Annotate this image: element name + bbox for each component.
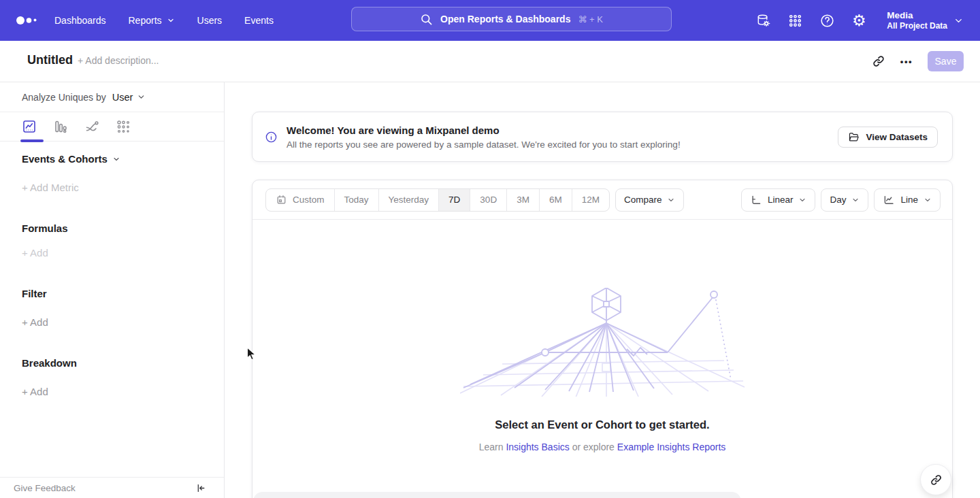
empty-state-title: Select an Event or Cohort to get started… <box>252 418 952 431</box>
copy-link-icon[interactable] <box>872 54 885 68</box>
insights-chart-card: Custom Today Yesterday 7D 30D 3M 6M 12M … <box>252 180 953 498</box>
empty-state-illustration <box>460 288 746 397</box>
interval-dropdown[interactable]: Day <box>821 188 868 212</box>
info-icon <box>265 131 278 144</box>
nav-reports[interactable]: Reports <box>129 15 175 26</box>
chart-type-dropdown[interactable]: Line <box>874 188 941 212</box>
chevron-down-icon <box>667 196 675 204</box>
date-range-custom[interactable]: Custom <box>266 189 334 211</box>
top-right-controls: ⚙ Media All Project Data <box>755 0 980 41</box>
search-shortcut: ⌘ + K <box>578 14 603 24</box>
tab-funnels-icon[interactable] <box>53 119 68 134</box>
report-header: Untitled + Add description... ••• Save <box>0 41 980 82</box>
line-chart-icon <box>883 194 895 206</box>
settings-gear-icon[interactable]: ⚙ <box>851 12 867 29</box>
add-metric-button[interactable]: + Add Metric <box>22 182 79 193</box>
chevron-down-icon <box>137 93 146 101</box>
primary-nav: Dashboards Reports Users Events <box>54 0 274 41</box>
linear-axis-icon <box>750 194 762 206</box>
calendar-icon <box>276 194 287 205</box>
chevron-down-icon <box>112 155 120 163</box>
analyze-label: Analyze Uniques by <box>22 92 106 103</box>
mixpanel-logo-icon[interactable] <box>15 12 53 29</box>
global-search-input[interactable]: Open Reports & Dashboards ⌘ + K <box>351 7 672 31</box>
folder-icon <box>848 131 860 143</box>
banner-subtitle: All the reports you see are powered by a… <box>287 139 838 150</box>
analyze-row: Analyze Uniques by User <box>0 82 224 112</box>
welcome-banner: Welcome! You are viewing a Mixpanel demo… <box>252 112 953 162</box>
save-button[interactable]: Save <box>928 51 964 71</box>
data-management-icon[interactable] <box>755 12 771 29</box>
events-cohorts-section[interactable]: Events & Cohorts <box>22 153 120 165</box>
date-range-yesterday[interactable]: Yesterday <box>378 189 439 211</box>
add-formula-button[interactable]: + Add <box>22 247 48 259</box>
main-content: Welcome! You are viewing a Mixpanel demo… <box>225 82 980 498</box>
formulas-section-title: Formulas <box>22 222 68 234</box>
query-builder-sidebar: Analyze Uniques by User <box>0 82 225 498</box>
nav-events[interactable]: Events <box>244 15 274 26</box>
add-filter-button[interactable]: + Add <box>22 316 48 328</box>
chart-toolbar: Custom Today Yesterday 7D 30D 3M 6M 12M … <box>252 180 952 220</box>
date-range-7d[interactable]: 7D <box>438 189 470 211</box>
tab-insights-icon[interactable] <box>22 119 37 134</box>
date-range-30d[interactable]: 30D <box>470 189 506 211</box>
chevron-down-icon <box>924 196 932 204</box>
top-nav: Dashboards Reports Users Events Open Rep… <box>0 0 980 41</box>
empty-state-links: Learn Insights Basics or explore Example… <box>252 442 952 452</box>
date-range-today[interactable]: Today <box>334 189 378 211</box>
add-breakdown-button[interactable]: + Add <box>22 386 48 397</box>
date-range-3m[interactable]: 3M <box>506 189 539 211</box>
breakdown-section-title: Breakdown <box>22 357 77 369</box>
tab-flows-icon[interactable] <box>84 119 99 134</box>
search-placeholder: Open Reports & Dashboards <box>440 14 570 24</box>
search-icon <box>420 13 433 26</box>
view-datasets-button[interactable]: View Datasets <box>838 127 938 148</box>
filter-section-title: Filter <box>22 288 47 299</box>
help-icon[interactable] <box>819 12 835 29</box>
scale-dropdown[interactable]: Linear <box>741 188 816 212</box>
project-name: Media <box>887 10 947 21</box>
chevron-down-icon <box>167 16 175 24</box>
insights-basics-link[interactable]: Insights Basics <box>506 442 569 452</box>
tab-retention-icon[interactable] <box>116 119 131 134</box>
nav-users[interactable]: Users <box>197 15 223 26</box>
project-scope: All Project Data <box>887 21 947 31</box>
report-description-placeholder[interactable]: + Add description... <box>78 55 159 66</box>
visualization-tabs <box>0 112 224 142</box>
floating-copy-link-button[interactable] <box>920 464 951 495</box>
date-range-6m[interactable]: 6M <box>539 189 572 211</box>
chevron-down-icon <box>953 16 964 26</box>
data-table-drawer-handle[interactable] <box>253 492 741 498</box>
chevron-down-icon <box>798 196 806 204</box>
mixpanel-insights-app: Dashboards Reports Users Events Open Rep… <box>0 0 980 498</box>
analyze-by-dropdown[interactable]: User <box>112 92 146 103</box>
date-range-12m[interactable]: 12M <box>572 189 609 211</box>
collapse-sidebar-icon[interactable] <box>195 482 206 494</box>
example-insights-reports-link[interactable]: Example Insights Reports <box>617 442 726 452</box>
active-tab-underline <box>20 139 44 142</box>
compare-dropdown[interactable]: Compare <box>615 188 685 212</box>
chevron-down-icon <box>851 196 860 204</box>
nav-dashboards[interactable]: Dashboards <box>54 15 106 26</box>
apps-grid-icon[interactable] <box>787 12 803 29</box>
give-feedback-link[interactable]: Give Feedback <box>14 483 76 493</box>
report-title[interactable]: Untitled <box>27 53 73 67</box>
date-range-control: Custom Today Yesterday 7D 30D 3M 6M 12M <box>265 188 610 212</box>
banner-title: Welcome! You are viewing a Mixpanel demo <box>287 124 838 136</box>
project-switcher[interactable]: Media All Project Data <box>887 10 964 31</box>
more-options-icon[interactable]: ••• <box>900 56 913 67</box>
